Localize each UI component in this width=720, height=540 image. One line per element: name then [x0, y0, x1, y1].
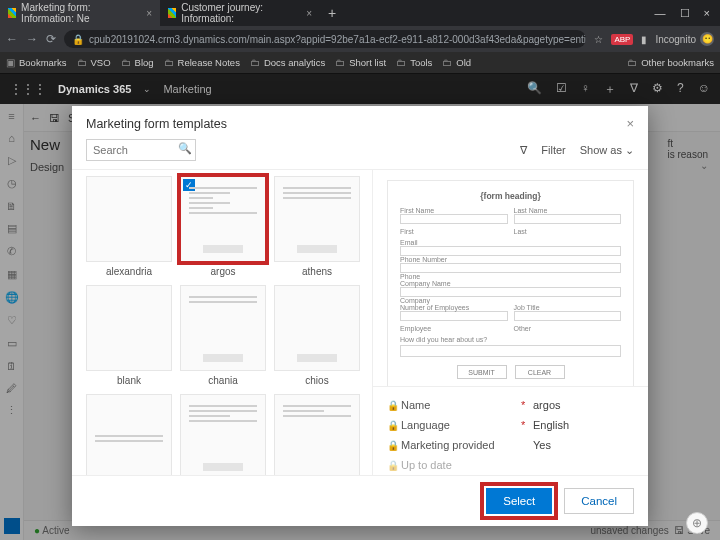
template-card[interactable]: heraklion [180, 394, 266, 475]
show-as-button[interactable]: Show as ⌄ [580, 144, 634, 157]
form-preview: {form heading} First Name Last Name Firs… [387, 180, 634, 386]
task-icon[interactable]: ☑ [556, 81, 567, 98]
add-icon[interactable]: ＋ [604, 81, 616, 98]
bookmark-item[interactable]: 🗀VSO [77, 57, 111, 68]
template-label: blank [117, 371, 141, 386]
search-field[interactable]: 🔍 [86, 139, 196, 161]
app-launcher-icon[interactable]: ⋮⋮⋮ [10, 82, 46, 96]
bookmark-item[interactable]: ▣Bookmarks [6, 57, 67, 68]
product-name[interactable]: Dynamics 365 [58, 83, 131, 95]
template-label: argos [210, 262, 235, 277]
help-icon[interactable]: ? [677, 81, 684, 98]
meta-lang-value: English [533, 419, 569, 431]
bookmark-item[interactable]: 🗀Docs analytics [250, 57, 325, 68]
template-card[interactable]: alexandria [86, 176, 172, 277]
select-highlight: Select [484, 486, 554, 516]
extension-icon[interactable]: ▮ [641, 34, 647, 45]
modal-title: Marketing form templates [86, 117, 227, 131]
favicon-icon [168, 8, 176, 18]
search-icon[interactable]: 🔍 [527, 81, 542, 98]
meta-row4-label: Up to date [401, 459, 521, 471]
lock-icon: 🔒 [387, 460, 401, 471]
preview-clear: CLEAR [515, 365, 565, 379]
template-card[interactable]: blank [86, 285, 172, 386]
chevron-down-icon[interactable]: ⌄ [143, 84, 151, 94]
meta-name-value: argos [533, 399, 561, 411]
gear-icon[interactable]: ⚙ [652, 81, 663, 98]
modal-footer: Select Cancel [72, 475, 648, 526]
folder-icon: 🗀 [164, 57, 174, 68]
required-icon: * [521, 399, 533, 411]
template-card[interactable]: kalamata [274, 394, 360, 475]
area-name[interactable]: Marketing [163, 83, 211, 95]
close-tab-icon[interactable]: × [306, 8, 312, 19]
window-minimize-icon[interactable]: — [655, 7, 666, 20]
template-label: chios [305, 371, 328, 386]
meta-mkt-label: Marketing provided [401, 439, 521, 451]
template-picker-modal: Marketing form templates × 🔍 ∇ Filter Sh… [72, 106, 648, 526]
template-label: athens [302, 262, 332, 277]
cancel-button[interactable]: Cancel [564, 488, 634, 514]
url-bar[interactable]: 🔒 cpub20191024.crm3.dynamics.com/main.as… [64, 30, 586, 48]
new-tab-button[interactable]: + [320, 5, 344, 21]
meta-mkt-value: Yes [533, 439, 551, 451]
template-card[interactable]: chios [274, 285, 360, 386]
template-gallery[interactable]: alexandria ✓ argos athens [72, 170, 372, 475]
incognito-label: Incognito [655, 34, 696, 45]
incognito-icon: 😶 [700, 32, 714, 46]
favicon-icon [8, 8, 16, 18]
template-metadata: 🔒 Name * argos 🔒 Language * English [373, 386, 648, 475]
dynamics-header: ⋮⋮⋮ Dynamics 365 ⌄ Marketing 🔍 ☑ ♀ ＋ ∇ ⚙… [0, 74, 720, 104]
window-close-icon[interactable]: × [704, 7, 710, 20]
star-icon[interactable]: ☆ [594, 34, 603, 45]
back-icon[interactable]: ← [6, 32, 18, 46]
close-icon[interactable]: × [626, 116, 634, 131]
bookmark-item[interactable]: 🗀Release Notes [164, 57, 240, 68]
template-card-selected[interactable]: ✓ argos [180, 176, 266, 277]
address-bar-row: ← → ⟳ 🔒 cpub20191024.crm3.dynamics.com/m… [0, 26, 720, 52]
lock-icon: 🔒 [387, 420, 401, 431]
preview-heading: {form heading} [400, 191, 621, 201]
preview-submit: SUBMIT [457, 365, 507, 379]
browser-tab-0[interactable]: Marketing form: Information: Ne × [0, 0, 160, 26]
bookmark-item[interactable]: 🗀Short list [335, 57, 386, 68]
folder-icon: 🗀 [627, 57, 637, 68]
bookmark-item[interactable]: 🗀Blog [121, 57, 154, 68]
user-avatar-icon[interactable]: ☺ [698, 81, 710, 98]
bookmark-item[interactable]: 🗀Old [442, 57, 471, 68]
folder-icon: ▣ [6, 57, 15, 68]
search-icon[interactable]: 🔍 [178, 142, 192, 155]
close-tab-icon[interactable]: × [146, 8, 152, 19]
folder-icon: 🗀 [250, 57, 260, 68]
abp-icon[interactable]: ABP [611, 34, 633, 45]
folder-icon: 🗀 [77, 57, 87, 68]
reload-icon[interactable]: ⟳ [46, 32, 56, 46]
bookmark-item[interactable]: 🗀Tools [396, 57, 432, 68]
lock-icon: 🔒 [387, 400, 401, 411]
bookmarks-bar: ▣Bookmarks 🗀VSO 🗀Blog 🗀Release Notes 🗀Do… [0, 52, 720, 74]
filter-button[interactable]: Filter [541, 144, 565, 156]
other-bookmarks[interactable]: 🗀Other bookmarks [627, 57, 714, 68]
template-card[interactable]: chania [180, 285, 266, 386]
tab-title: Customer journey: Information: [181, 2, 295, 24]
folder-icon: 🗀 [442, 57, 452, 68]
template-card[interactable]: corfu [86, 394, 172, 475]
modal-overlay: Marketing form templates × 🔍 ∇ Filter Sh… [0, 104, 720, 540]
template-label: alexandria [106, 262, 152, 277]
url-text: cpub20191024.crm3.dynamics.com/main.aspx… [89, 34, 586, 45]
browser-tab-1[interactable]: Customer journey: Information: × [160, 0, 320, 26]
folder-icon: 🗀 [335, 57, 345, 68]
browser-tabs: Marketing form: Information: Ne × Custom… [0, 0, 720, 26]
window-maximize-icon[interactable]: ☐ [680, 7, 690, 20]
forward-icon[interactable]: → [26, 32, 38, 46]
filter-icon[interactable]: ∇ [630, 81, 638, 98]
chevron-down-icon: ⌄ [625, 144, 634, 156]
folder-icon: 🗀 [396, 57, 406, 68]
required-icon: * [521, 419, 533, 431]
select-button[interactable]: Select [486, 488, 552, 514]
lock-icon: 🔒 [387, 440, 401, 451]
filter-icon[interactable]: ∇ [520, 144, 527, 157]
assistant-icon[interactable]: ♀ [581, 81, 590, 98]
page-content: ≡ ⌂ ▷ ◷ 🗎 ▤ ✆ ▦ 🌐 ♡ ▭ 🗓 🖉 ⋮ ← 🖫 Save New… [0, 104, 720, 540]
template-card[interactable]: athens [274, 176, 360, 277]
